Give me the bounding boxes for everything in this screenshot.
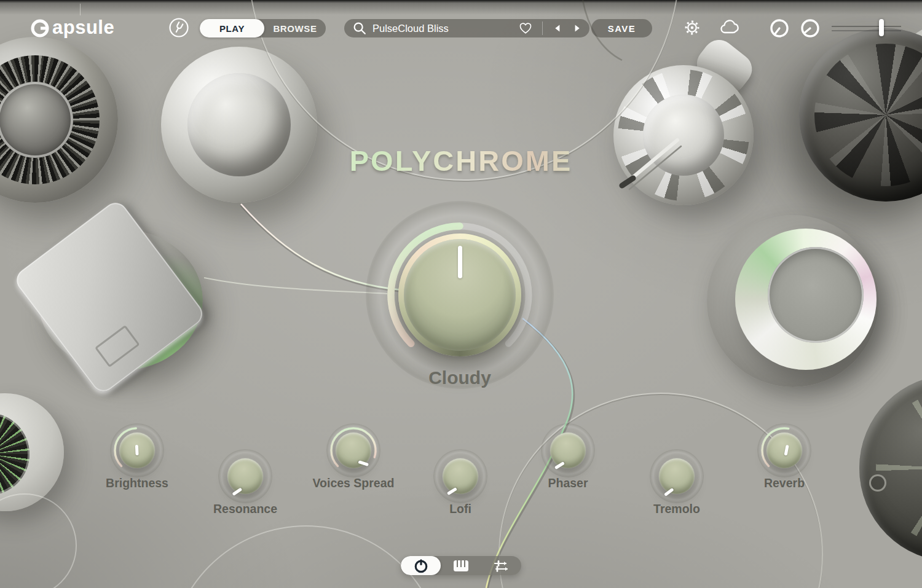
knob-reverb[interactable]: Reverb [757, 423, 811, 497]
tuning-fork-icon [168, 17, 189, 38]
tuning-fork-button[interactable] [168, 17, 189, 38]
knob-label: Resonance [213, 502, 277, 516]
knob-pointer [135, 445, 138, 460]
deco-chrome-knob-right [735, 229, 877, 370]
view-toggle [401, 556, 521, 575]
logo-text: apsule [52, 17, 114, 39]
instrument-title: POLYCHROME [0, 144, 922, 178]
deco-ribbed-knob-top-left [0, 37, 118, 203]
knob-view-icon [412, 557, 430, 574]
knob-voices-spread[interactable]: Voices Spread [326, 423, 380, 497]
volume-slider-track-shadow [832, 30, 901, 31]
knob-label: Lofi [449, 502, 471, 516]
knob-dial[interactable] [227, 458, 263, 494]
knob-resonance[interactable]: Resonance [218, 449, 272, 523]
capsule-logo: apsule [29, 14, 114, 41]
deco-star-knob [613, 65, 754, 205]
prev-preset-button[interactable] [551, 22, 565, 35]
capsule-logo-icon [29, 17, 51, 39]
plugin-window: apsule PLAY BROWSE PulseCloud Bliss [0, 0, 922, 588]
knob-label: Phaser [548, 476, 588, 490]
deco-pointer-knob [31, 221, 210, 378]
preset-browser-bar[interactable]: PulseCloud Bliss [344, 19, 589, 37]
view-toggle-settings[interactable] [481, 556, 521, 575]
save-button[interactable]: SAVE [591, 19, 652, 37]
divider [542, 22, 543, 35]
knob-tremolo[interactable]: Tremolo [650, 449, 704, 523]
keyboard-view-icon [451, 557, 471, 574]
cloud-icon[interactable] [719, 19, 740, 36]
volume-slider-track[interactable] [832, 26, 901, 27]
knob-label: Reverb [764, 476, 805, 490]
mode-toggle: PLAY BROWSE [200, 19, 326, 37]
knob-brightness[interactable]: Brightness [110, 423, 164, 497]
macro-knob-label: Cloudy [428, 367, 491, 388]
preset-name[interactable]: PulseCloud Bliss [372, 23, 513, 34]
macro-knob-cloudy[interactable]: Cloudy [381, 216, 538, 374]
knob-dial[interactable] [659, 458, 695, 494]
macro-knob-b-icon[interactable] [800, 18, 821, 39]
volume-handle[interactable] [879, 19, 884, 36]
view-toggle-divider [80, 4, 81, 15]
macro-knob-pointer [458, 246, 462, 295]
tab-play[interactable]: PLAY [200, 19, 264, 37]
knob-phaser[interactable]: Phaser [541, 423, 595, 497]
next-preset-button[interactable] [570, 22, 583, 35]
view-toggle-knobs[interactable] [401, 556, 441, 575]
knob-label: Voices Spread [313, 476, 395, 490]
deco-fluted-knob [161, 47, 317, 203]
deco-screw [869, 474, 886, 492]
knob-lofi[interactable]: Lofi [433, 449, 487, 523]
macro-knob-a-icon[interactable] [769, 18, 790, 39]
view-toggle-keyboard[interactable] [441, 556, 481, 575]
favorite-heart-icon[interactable] [518, 20, 534, 36]
gear-icon[interactable] [683, 18, 701, 37]
window-top-shade [0, 0, 922, 16]
sliders-view-icon [491, 557, 511, 574]
knob-label: Tremolo [653, 502, 700, 516]
knob-dial[interactable] [443, 458, 478, 494]
knob-dial[interactable] [550, 433, 586, 468]
search-icon [352, 20, 368, 36]
knob-label: Brightness [106, 476, 168, 490]
tab-browse[interactable]: BROWSE [264, 19, 326, 37]
deco-dark-knob-bottom-right [859, 375, 922, 562]
